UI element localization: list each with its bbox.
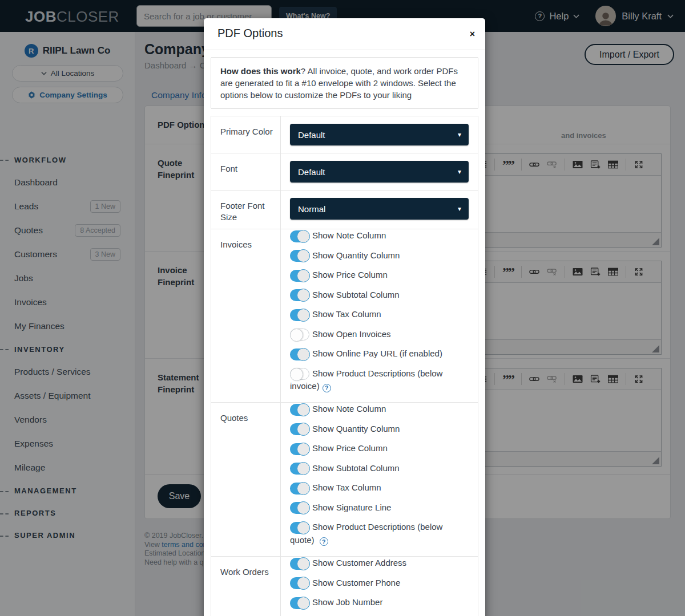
toggle-show-signature-line[interactable] [290, 502, 309, 514]
caret-down-icon: ▾ [458, 168, 461, 176]
toggle-show-job-number[interactable] [290, 597, 309, 609]
footer-font-size-select[interactable]: Normal ▾ [290, 198, 469, 220]
toggle-show-price-column[interactable] [290, 443, 309, 455]
modal-header: PDF Options × [204, 18, 485, 50]
font-select[interactable]: Default ▾ [290, 161, 469, 183]
font-row: Font Default ▾ [211, 153, 478, 191]
primary-color-row: Primary Color Default ▾ [211, 116, 478, 153]
quotes-toggles-row: Quotes Show Note Column Show Quantity Co… [211, 403, 478, 557]
toggle-show-quantity-column[interactable] [290, 423, 309, 435]
field-label: Work Orders [211, 557, 281, 616]
toggle-show-product-descriptions-quote[interactable] [290, 522, 309, 534]
toggle-show-price-column[interactable] [290, 270, 309, 282]
toggle-show-tax-column[interactable] [290, 309, 309, 321]
field-label: Quotes [211, 403, 281, 556]
toggle-show-quantity-column[interactable] [290, 250, 309, 262]
field-label: Primary Color [211, 116, 281, 153]
primary-color-select[interactable]: Default ▾ [290, 124, 469, 145]
toggle-show-note-column[interactable] [290, 230, 309, 242]
caret-down-icon: ▾ [458, 205, 461, 213]
field-label: Footer Font Size [211, 191, 281, 229]
work-orders-toggles-row: Work Orders Show Customer Address Show C… [211, 557, 478, 616]
toggle-show-customer-phone[interactable] [290, 577, 309, 589]
toggle-show-product-descriptions-invoice[interactable] [290, 368, 309, 380]
modal-intro: How does this work? All invoice, quote, … [211, 57, 478, 109]
invoices-toggles-row: Invoices Show Note Column Show Quantity … [211, 229, 478, 403]
toggle-show-online-pay-url[interactable] [290, 348, 309, 360]
pdf-options-modal: PDF Options × How does this work? All in… [204, 18, 485, 616]
toggle-show-customer-address[interactable] [290, 558, 309, 570]
toggle-show-subtotal-column[interactable] [290, 463, 309, 475]
toggle-show-note-column[interactable] [290, 404, 309, 416]
close-icon[interactable]: × [470, 30, 475, 39]
toggle-show-tax-column[interactable] [290, 483, 309, 495]
toggle-show-subtotal-column[interactable] [290, 289, 309, 301]
field-label: Invoices [211, 229, 281, 402]
app-window: JOBCLOSER What's New? ? Help Billy Kraft… [0, 0, 685, 616]
help-icon[interactable]: ? [323, 384, 331, 392]
caret-down-icon: ▾ [458, 131, 461, 139]
modal-form: Primary Color Default ▾ Font Default ▾ [211, 116, 478, 616]
modal-title: PDF Options [217, 27, 472, 40]
toggle-show-open-invoices[interactable] [290, 329, 309, 341]
footer-font-size-row: Footer Font Size Normal ▾ [211, 191, 478, 229]
help-icon[interactable]: ? [320, 537, 328, 546]
field-label: Font [211, 153, 281, 190]
